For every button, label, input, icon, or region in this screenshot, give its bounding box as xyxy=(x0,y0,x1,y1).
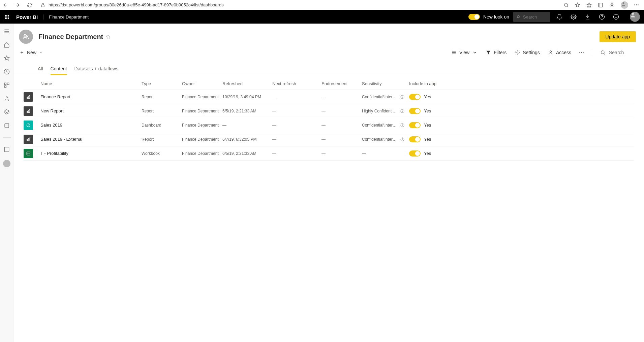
people-icon xyxy=(22,33,30,40)
table-header: Name Type Owner Refreshed Next refresh E… xyxy=(24,75,634,90)
collections-icon[interactable] xyxy=(598,2,603,8)
browser-profile-avatar[interactable] xyxy=(621,1,628,9)
item-next-refresh: — xyxy=(272,137,321,142)
refresh-icon[interactable] xyxy=(27,2,32,8)
item-name[interactable]: New Report xyxy=(40,108,142,113)
access-button[interactable]: Access xyxy=(548,50,571,55)
header-refreshed[interactable]: Refreshed xyxy=(222,81,272,86)
item-name[interactable]: Sales 2019 - External xyxy=(40,137,142,142)
item-name[interactable]: T - Profitability xyxy=(40,151,142,156)
item-sensitivity: Confidential\Internal-... xyxy=(362,123,409,128)
item-type: Report xyxy=(142,109,182,113)
header-next-refresh[interactable]: Next refresh xyxy=(272,81,321,86)
svg-rect-54 xyxy=(27,152,30,155)
download-icon[interactable] xyxy=(585,14,591,20)
svg-rect-50 xyxy=(29,138,30,141)
more-button[interactable] xyxy=(579,52,584,53)
header-sensitivity[interactable]: Sensitivity xyxy=(362,81,409,86)
help-icon[interactable] xyxy=(599,14,605,20)
include-toggle[interactable] xyxy=(409,94,421,100)
extension-icon[interactable] xyxy=(609,2,615,8)
favorites-bar-icon[interactable] xyxy=(586,2,592,8)
update-app-button[interactable]: Update app xyxy=(600,31,636,42)
item-refreshed: — xyxy=(222,123,272,128)
breadcrumb[interactable]: Finance Department xyxy=(43,14,89,20)
app-launcher[interactable] xyxy=(0,10,13,24)
svg-point-29 xyxy=(517,52,518,53)
include-toggle[interactable] xyxy=(409,122,421,128)
global-search[interactable] xyxy=(513,12,550,22)
settings-button[interactable]: Settings xyxy=(515,50,540,55)
svg-rect-3 xyxy=(599,3,603,7)
content-search[interactable] xyxy=(600,50,636,55)
browser-menu-icon[interactable] xyxy=(634,4,639,5)
include-toggle[interactable] xyxy=(409,136,421,142)
nav-favorites-icon[interactable] xyxy=(4,55,10,61)
include-toggle[interactable] xyxy=(409,150,421,157)
feedback-icon[interactable] xyxy=(613,14,619,20)
header-type[interactable]: Type xyxy=(142,81,182,86)
nav-home-icon[interactable] xyxy=(4,42,10,48)
tab-datasets[interactable]: Datasets + dataflows xyxy=(74,63,118,75)
info-icon[interactable] xyxy=(400,95,404,99)
person-icon xyxy=(548,50,553,55)
item-name[interactable]: Sales 2019 xyxy=(40,123,142,128)
item-refreshed: 6/7/19, 6:32:05 PM xyxy=(222,137,272,142)
nav-learn-icon[interactable] xyxy=(4,109,10,115)
settings-icon[interactable] xyxy=(571,14,577,20)
nav-recent-icon[interactable] xyxy=(4,69,10,75)
tab-content[interactable]: Content xyxy=(51,63,67,75)
nav-shared-icon[interactable] xyxy=(4,96,10,102)
filters-button[interactable]: Filters xyxy=(486,50,507,55)
address-input[interactable] xyxy=(49,2,555,7)
new-button[interactable]: New xyxy=(20,50,42,55)
svg-rect-33 xyxy=(28,96,29,98)
nav-menu-icon[interactable] xyxy=(4,28,10,34)
nav-apps-icon[interactable] xyxy=(4,82,10,88)
item-endorsement: — xyxy=(321,137,362,142)
table-row[interactable]: Sales 2019DashboardFinance Department———… xyxy=(24,118,634,132)
include-label: Yes xyxy=(424,108,431,113)
svg-rect-15 xyxy=(4,83,6,84)
item-endorsement: — xyxy=(321,151,362,156)
zoom-icon[interactable] xyxy=(563,2,569,8)
content-tabs: All Content Datasets + dataflows xyxy=(13,63,644,75)
forward-icon[interactable] xyxy=(15,2,20,8)
nav-data-icon[interactable] xyxy=(4,146,10,152)
brand-label[interactable]: Power BI xyxy=(13,14,43,20)
table-row[interactable]: New ReportReportFinance Department6/5/19… xyxy=(24,104,634,118)
item-refreshed: 10/29/19, 3:49:04 PM xyxy=(222,95,272,99)
svg-rect-19 xyxy=(5,124,9,128)
account-avatar[interactable] xyxy=(630,12,640,22)
header-endorsement[interactable]: Endorsement xyxy=(321,81,362,86)
content-search-input[interactable] xyxy=(609,50,636,55)
header-name[interactable]: Name xyxy=(40,81,142,86)
notifications-icon[interactable] xyxy=(556,14,562,20)
nav-current-workspace[interactable] xyxy=(3,160,10,167)
info-icon[interactable] xyxy=(400,109,404,113)
new-look-toggle[interactable] xyxy=(468,14,480,20)
svg-point-23 xyxy=(26,35,28,37)
favorite-icon[interactable] xyxy=(575,2,580,8)
info-icon[interactable] xyxy=(400,137,404,141)
svg-rect-32 xyxy=(27,97,28,99)
item-type: Report xyxy=(142,95,182,99)
view-button[interactable]: View xyxy=(451,50,478,55)
nav-workspaces-icon[interactable] xyxy=(4,123,10,129)
back-icon[interactable] xyxy=(3,2,8,8)
search-input[interactable] xyxy=(523,14,547,20)
table-row[interactable]: Finance ReportReportFinance Department10… xyxy=(24,90,634,104)
tab-all[interactable]: All xyxy=(38,63,43,75)
browser-chrome xyxy=(0,0,644,10)
list-icon xyxy=(451,50,457,55)
include-toggle[interactable] xyxy=(409,108,421,114)
svg-rect-48 xyxy=(27,139,28,141)
table-row[interactable]: Sales 2019 - ExternalReportFinance Depar… xyxy=(24,132,634,146)
svg-point-10 xyxy=(632,13,634,15)
header-include[interactable]: Include in app xyxy=(409,81,470,86)
info-icon[interactable] xyxy=(400,123,404,127)
header-owner[interactable]: Owner xyxy=(182,81,222,86)
table-row[interactable]: T - ProfitabilityWorkbookFinance Departm… xyxy=(24,146,634,161)
item-next-refresh: — xyxy=(272,95,321,99)
item-name[interactable]: Finance Report xyxy=(40,94,142,99)
